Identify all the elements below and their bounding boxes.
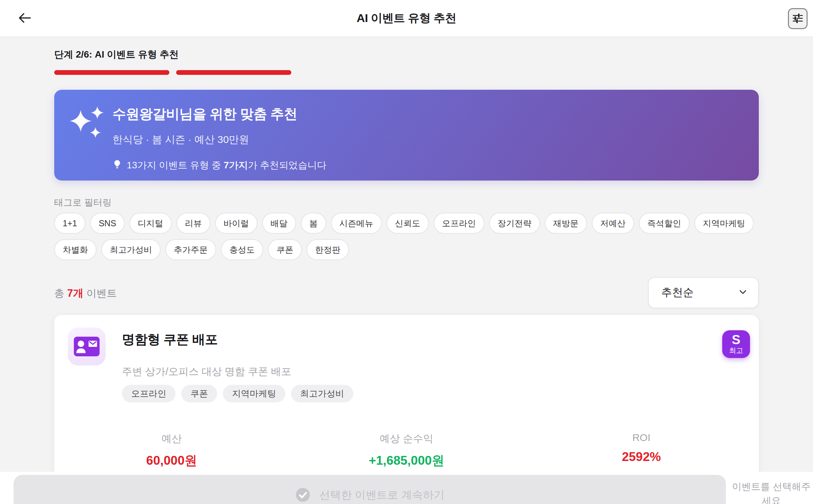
selection-helper-text: 이벤트를 선택해주세요 <box>729 480 813 504</box>
filter-settings-button[interactable] <box>788 8 808 29</box>
tag-filter-pill[interactable]: 저예산 <box>592 213 634 234</box>
lightbulb-icon <box>112 160 122 171</box>
stat-column: 예산 60,000원 <box>54 432 289 469</box>
grade-badge: S 최고 <box>722 330 750 358</box>
tag-filter-pill[interactable]: 즉석할인 <box>639 213 690 234</box>
tag-filter-pill[interactable]: 신뢰도 <box>387 213 429 234</box>
sort-value: 추천순 <box>661 285 694 300</box>
filter-label: 태그로 필터링 <box>54 196 112 209</box>
step-label: 단계 2/6: AI 이벤트 유형 추천 <box>54 48 179 61</box>
stat-label: ROI <box>524 432 759 443</box>
event-tag: 최고가성비 <box>291 385 353 402</box>
event-count: 총 7개 이벤트 <box>54 286 117 300</box>
tag-filter-pill[interactable]: 오프라인 <box>434 213 484 234</box>
bottom-bar: 선택한 이벤트로 계속하기 이벤트를 선택해주세요 <box>0 472 813 504</box>
banner-subtitle: 한식당 · 봄 시즌 · 예산 30만원 <box>112 133 745 147</box>
tag-filter-pill[interactable]: 한정판 <box>307 239 349 260</box>
grade-label: 최고 <box>722 346 750 355</box>
tag-filter-pill[interactable]: 1+1 <box>54 213 85 234</box>
tag-filter-pill[interactable]: 지역마케팅 <box>694 213 754 234</box>
tag-filter-pill[interactable]: 배달 <box>262 213 296 234</box>
event-tag: 오프라인 <box>122 385 175 402</box>
tag-filter-list: 1+1 SNS 디지털 리뷰 바이럴 배달 봄 시즌메뉴 신뢰도 오프라인 장기… <box>54 213 759 260</box>
tag-filter-pill[interactable]: SNS <box>90 213 124 234</box>
stat-column: ROI 2592% <box>524 432 759 469</box>
back-button[interactable] <box>14 7 35 29</box>
progress-segment <box>176 70 291 75</box>
tag-filter-pill[interactable]: 바이럴 <box>215 213 257 234</box>
contact-card-icon <box>68 328 106 365</box>
tune-sliders-icon <box>792 12 804 25</box>
stat-value: 2592% <box>524 450 759 464</box>
grade-letter: S <box>722 333 750 346</box>
progress-bar <box>54 70 291 75</box>
tag-filter-pill[interactable]: 쿠폰 <box>268 239 302 260</box>
stat-label: 예상 순수익 <box>289 432 524 446</box>
event-count-number: 7개 <box>67 287 83 299</box>
progress-segment <box>54 70 169 75</box>
event-description: 주변 상가/오피스 대상 명함 쿠폰 배포 <box>122 365 291 379</box>
header: AI 이벤트 유형 추천 <box>0 0 813 37</box>
chevron-down-icon <box>738 287 748 298</box>
arrow-left-icon <box>17 10 32 27</box>
banner-title: 수원왕갈비님을 위한 맞춤 추천 <box>112 105 745 123</box>
continue-button-label: 선택한 이벤트로 계속하기 <box>319 488 445 503</box>
stat-value: 60,000원 <box>54 452 289 469</box>
event-tag-list: 오프라인 쿠폰 지역마케팅 최고가성비 <box>122 385 353 402</box>
stat-label: 예산 <box>54 432 289 446</box>
recommendation-banner: 수원왕갈비님을 위한 맞춤 추천 한식당 · 봄 시즌 · 예산 30만원 13… <box>54 90 759 181</box>
tag-filter-pill[interactable]: 충성도 <box>221 239 263 260</box>
tag-filter-pill[interactable]: 장기전략 <box>489 213 540 234</box>
tag-filter-pill[interactable]: 봄 <box>301 213 326 234</box>
event-title: 명함형 쿠폰 배포 <box>122 331 218 348</box>
sparkles-icon <box>70 103 105 142</box>
tag-filter-pill[interactable]: 재방문 <box>545 213 587 234</box>
continue-button[interactable]: 선택한 이벤트로 계속하기 <box>14 475 726 504</box>
tag-filter-pill[interactable]: 최고가성비 <box>101 239 161 260</box>
event-tag: 지역마케팅 <box>223 385 285 402</box>
stat-value: +1,685,000원 <box>289 452 524 469</box>
tag-filter-pill[interactable]: 추가주문 <box>165 239 216 260</box>
sort-dropdown[interactable]: 추천순 <box>648 277 759 308</box>
event-stats: 예산 60,000원 예상 순수익 +1,685,000원 ROI 2592% <box>54 432 759 469</box>
banner-info: 13가지 이벤트 유형 중 7가지가 추천되었습니다 <box>112 159 745 172</box>
tag-filter-pill[interactable]: 디지털 <box>129 213 172 234</box>
stat-column: 예상 순수익 +1,685,000원 <box>289 432 524 469</box>
banner-info-text: 13가지 이벤트 유형 중 7가지가 추천되었습니다 <box>127 159 327 172</box>
page-title: AI 이벤트 유형 추천 <box>357 10 456 26</box>
tag-filter-pill[interactable]: 차별화 <box>54 239 97 260</box>
tag-filter-pill[interactable]: 시즌메뉴 <box>331 213 382 234</box>
event-tag: 쿠폰 <box>181 385 217 402</box>
check-circle-icon <box>295 487 311 504</box>
tag-filter-pill[interactable]: 리뷰 <box>176 213 210 234</box>
